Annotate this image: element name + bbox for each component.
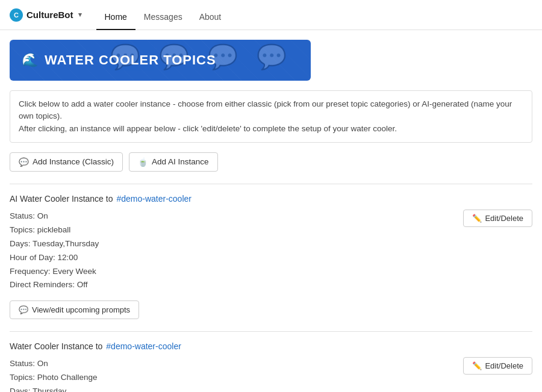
button-row: 💬 Add Instance (Classic) 🍵 Add AI Instan… [10, 152, 532, 172]
banner-text: WATER COOLER TOPICS [45, 52, 216, 68]
instance-2-status: Status: On [10, 357, 98, 371]
app-header: C CultureBot ▾ Home Messages About [0, 0, 542, 30]
add-instance-classic-button[interactable]: 💬 Add Instance (Classic) [10, 152, 123, 172]
banner-emoji: 🌊 [22, 52, 39, 68]
add-classic-emoji: 💬 [19, 157, 29, 167]
logo-icon: C [10, 8, 23, 22]
instance-1-edit-label: Edit/Delete [485, 214, 523, 223]
instance-1-status: Status: On [10, 210, 99, 223]
instance-1-hour: Hour of Day: 12:00 [10, 251, 99, 265]
description-line2: After clicking, an instance will appear … [19, 124, 397, 133]
instance-1-type: AI Water Cooler Instance to [10, 194, 113, 204]
nav-tabs: Home Messages About [96, 7, 230, 30]
chevron-down-icon: ▾ [78, 11, 82, 19]
instance-2-days: Days: Thursday [10, 385, 98, 392]
instance-1-channel[interactable]: #demo-water-cooler [116, 194, 192, 204]
instance-1-days: Days: Tuesday,Thursday [10, 237, 99, 251]
add-ai-instance-button[interactable]: 🍵 Add AI Instance [129, 152, 218, 172]
banner: 💬 💬 💬 💬 🌊 WATER COOLER TOPICS [10, 40, 311, 81]
instance-1-reminders: Direct Reminders: Off [10, 278, 99, 292]
add-classic-label: Add Instance (Classic) [33, 157, 114, 166]
banner-title: 🌊 WATER COOLER TOPICS [22, 52, 216, 68]
chat-icon-1: 💬 [19, 305, 28, 314]
add-ai-emoji: 🍵 [138, 157, 148, 167]
instance-2-details: Status: On Topics: Photo Challenge Days:… [10, 357, 98, 392]
add-ai-label: Add AI Instance [152, 157, 209, 166]
app-logo[interactable]: C CultureBot ▾ [10, 8, 82, 29]
pencil-icon-2: ✏️ [472, 361, 482, 370]
instance-2-edit-label: Edit/Delete [485, 361, 523, 370]
instance-1-header: AI Water Cooler Instance to #demo-water-… [10, 194, 532, 204]
description-box: Click below to add a water cooler instan… [10, 90, 532, 143]
instance-2-body: Status: On Topics: Photo Challenge Days:… [10, 357, 532, 392]
instance-2-topics: Topics: Photo Challenge [10, 371, 98, 385]
tab-home[interactable]: Home [96, 7, 136, 30]
instance-1-frequency: Frequency: Every Week [10, 265, 99, 279]
instance-2-header: Water Cooler Instance to #demo-water-coo… [10, 341, 532, 351]
instance-2-edit-button[interactable]: ✏️ Edit/Delete [463, 357, 532, 375]
instance-1-details: Status: On Topics: pickleball Days: Tues… [10, 210, 99, 293]
instance-2-type: Water Cooler Instance to [10, 341, 102, 351]
instance-2-section: Water Cooler Instance to #demo-water-coo… [10, 331, 532, 392]
main-content: 💬 💬 💬 💬 🌊 WATER COOLER TOPICS Click belo… [0, 30, 542, 392]
pencil-icon: ✏️ [472, 214, 482, 223]
tab-messages[interactable]: Messages [136, 7, 191, 30]
instance-1-topics: Topics: pickleball [10, 223, 99, 237]
description-line1: Click below to add a water cooler instan… [19, 99, 512, 120]
instance-1-body: Status: On Topics: pickleball Days: Tues… [10, 210, 532, 293]
tab-about[interactable]: About [191, 7, 230, 30]
instance-1-section: AI Water Cooler Instance to #demo-water-… [10, 184, 532, 320]
app-name: CultureBot [26, 10, 73, 20]
instance-1-view-label: View/edit upcoming prompts [32, 305, 130, 314]
instance-1-view-prompts-button[interactable]: 💬 View/edit upcoming prompts [10, 300, 139, 319]
instance-2-channel[interactable]: #demo-water-cooler [106, 341, 181, 351]
instance-1-edit-button[interactable]: ✏️ Edit/Delete [463, 210, 532, 227]
